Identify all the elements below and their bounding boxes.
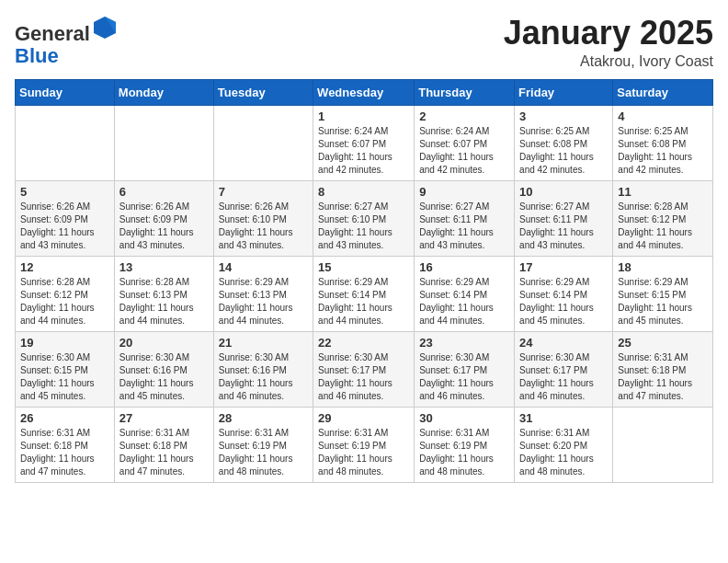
day-number: 8 [318, 185, 409, 199]
week-row-5: 26Sunrise: 6:31 AM Sunset: 6:18 PM Dayli… [16, 407, 713, 482]
day-info: Sunrise: 6:25 AM Sunset: 6:08 PM Dayligh… [519, 125, 608, 177]
day-number: 4 [618, 109, 708, 123]
week-row-1: 1Sunrise: 6:24 AM Sunset: 6:07 PM Daylig… [16, 105, 713, 180]
day-info: Sunrise: 6:31 AM Sunset: 6:20 PM Dayligh… [519, 427, 608, 478]
day-info: Sunrise: 6:30 AM Sunset: 6:15 PM Dayligh… [20, 351, 109, 403]
day-info: Sunrise: 6:27 AM Sunset: 6:11 PM Dayligh… [519, 201, 608, 252]
day-number: 11 [618, 185, 708, 199]
calendar-cell: 25Sunrise: 6:31 AM Sunset: 6:18 PM Dayli… [613, 331, 713, 407]
calendar-cell: 10Sunrise: 6:27 AM Sunset: 6:11 PM Dayli… [515, 180, 613, 256]
day-number: 18 [618, 260, 708, 274]
month-title: January 2025 [504, 15, 713, 52]
day-info: Sunrise: 6:24 AM Sunset: 6:07 PM Dayligh… [419, 125, 509, 177]
calendar-cell: 1Sunrise: 6:24 AM Sunset: 6:07 PM Daylig… [313, 105, 415, 180]
day-number: 30 [419, 411, 509, 425]
day-info: Sunrise: 6:31 AM Sunset: 6:19 PM Dayligh… [419, 427, 509, 478]
calendar-cell: 26Sunrise: 6:31 AM Sunset: 6:18 PM Dayli… [16, 407, 115, 482]
calendar-cell: 13Sunrise: 6:28 AM Sunset: 6:13 PM Dayli… [114, 256, 213, 331]
logo-icon [92, 15, 118, 40]
calendar-cell: 17Sunrise: 6:29 AM Sunset: 6:14 PM Dayli… [515, 256, 613, 331]
day-number: 17 [519, 260, 608, 274]
day-number: 19 [20, 336, 109, 350]
calendar-cell: 21Sunrise: 6:30 AM Sunset: 6:16 PM Dayli… [213, 331, 313, 407]
calendar-cell: 2Sunrise: 6:24 AM Sunset: 6:07 PM Daylig… [415, 105, 515, 180]
calendar-cell: 16Sunrise: 6:29 AM Sunset: 6:14 PM Dayli… [415, 256, 515, 331]
weekday-header-row: SundayMondayTuesdayWednesdayThursdayFrid… [16, 79, 713, 105]
calendar-cell: 15Sunrise: 6:29 AM Sunset: 6:14 PM Dayli… [313, 256, 415, 331]
day-number: 25 [618, 336, 708, 350]
day-number: 31 [519, 411, 608, 425]
day-info: Sunrise: 6:29 AM Sunset: 6:14 PM Dayligh… [419, 276, 509, 327]
day-info: Sunrise: 6:31 AM Sunset: 6:18 PM Dayligh… [618, 351, 708, 403]
weekday-header-friday: Friday [515, 79, 613, 105]
day-info: Sunrise: 6:25 AM Sunset: 6:08 PM Dayligh… [618, 125, 708, 177]
calendar-cell: 30Sunrise: 6:31 AM Sunset: 6:19 PM Dayli… [415, 407, 515, 482]
calendar-cell: 22Sunrise: 6:30 AM Sunset: 6:17 PM Dayli… [313, 331, 415, 407]
day-info: Sunrise: 6:30 AM Sunset: 6:17 PM Dayligh… [419, 351, 509, 403]
day-number: 20 [119, 336, 209, 350]
calendar-cell: 18Sunrise: 6:29 AM Sunset: 6:15 PM Dayli… [613, 256, 713, 331]
day-info: Sunrise: 6:31 AM Sunset: 6:18 PM Dayligh… [119, 427, 209, 478]
weekday-header-tuesday: Tuesday [213, 79, 313, 105]
calendar-cell: 4Sunrise: 6:25 AM Sunset: 6:08 PM Daylig… [613, 105, 713, 180]
day-info: Sunrise: 6:28 AM Sunset: 6:12 PM Dayligh… [618, 201, 708, 252]
day-info: Sunrise: 6:30 AM Sunset: 6:17 PM Dayligh… [519, 351, 608, 403]
title-block: January 2025 Atakrou, Ivory Coast [504, 15, 713, 70]
day-number: 28 [219, 411, 308, 425]
calendar-cell: 27Sunrise: 6:31 AM Sunset: 6:18 PM Dayli… [114, 407, 213, 482]
calendar-cell: 19Sunrise: 6:30 AM Sunset: 6:15 PM Dayli… [16, 331, 115, 407]
day-number: 29 [318, 411, 409, 425]
day-info: Sunrise: 6:31 AM Sunset: 6:18 PM Dayligh… [20, 427, 109, 478]
day-number: 1 [318, 109, 409, 123]
day-number: 22 [318, 336, 409, 350]
day-info: Sunrise: 6:30 AM Sunset: 6:16 PM Dayligh… [119, 351, 209, 403]
day-number: 7 [219, 185, 308, 199]
weekday-header-saturday: Saturday [613, 79, 713, 105]
week-row-2: 5Sunrise: 6:26 AM Sunset: 6:09 PM Daylig… [16, 180, 713, 256]
page: General Blue January 2025 Atakrou, Ivory… [0, 0, 728, 563]
day-info: Sunrise: 6:29 AM Sunset: 6:13 PM Dayligh… [219, 276, 308, 327]
day-info: Sunrise: 6:24 AM Sunset: 6:07 PM Dayligh… [318, 125, 409, 177]
day-info: Sunrise: 6:30 AM Sunset: 6:16 PM Dayligh… [219, 351, 308, 403]
day-info: Sunrise: 6:31 AM Sunset: 6:19 PM Dayligh… [219, 427, 308, 478]
day-number: 24 [519, 336, 608, 350]
day-info: Sunrise: 6:26 AM Sunset: 6:09 PM Dayligh… [119, 201, 209, 252]
calendar-cell: 23Sunrise: 6:30 AM Sunset: 6:17 PM Dayli… [415, 331, 515, 407]
day-number: 5 [20, 185, 109, 199]
logo-general-text: General [15, 22, 90, 45]
day-number: 9 [419, 185, 509, 199]
day-number: 21 [219, 336, 308, 350]
calendar-cell: 8Sunrise: 6:27 AM Sunset: 6:10 PM Daylig… [313, 180, 415, 256]
day-number: 10 [519, 185, 608, 199]
calendar-cell: 20Sunrise: 6:30 AM Sunset: 6:16 PM Dayli… [114, 331, 213, 407]
day-number: 12 [20, 260, 109, 274]
weekday-header-thursday: Thursday [415, 79, 515, 105]
weekday-header-wednesday: Wednesday [313, 79, 415, 105]
calendar-cell: 6Sunrise: 6:26 AM Sunset: 6:09 PM Daylig… [114, 180, 213, 256]
calendar-cell [114, 105, 213, 180]
day-info: Sunrise: 6:28 AM Sunset: 6:13 PM Dayligh… [119, 276, 209, 327]
calendar-cell: 9Sunrise: 6:27 AM Sunset: 6:11 PM Daylig… [415, 180, 515, 256]
day-number: 23 [419, 336, 509, 350]
location-title: Atakrou, Ivory Coast [504, 53, 713, 70]
day-info: Sunrise: 6:27 AM Sunset: 6:11 PM Dayligh… [419, 201, 509, 252]
day-number: 2 [419, 109, 509, 123]
day-number: 14 [219, 260, 308, 274]
day-info: Sunrise: 6:26 AM Sunset: 6:10 PM Dayligh… [219, 201, 308, 252]
calendar: SundayMondayTuesdayWednesdayThursdayFrid… [15, 79, 713, 483]
day-info: Sunrise: 6:27 AM Sunset: 6:10 PM Dayligh… [318, 201, 409, 252]
day-number: 13 [119, 260, 209, 274]
calendar-cell: 28Sunrise: 6:31 AM Sunset: 6:19 PM Dayli… [213, 407, 313, 482]
day-number: 16 [419, 260, 509, 274]
day-info: Sunrise: 6:30 AM Sunset: 6:17 PM Dayligh… [318, 351, 409, 403]
calendar-cell: 11Sunrise: 6:28 AM Sunset: 6:12 PM Dayli… [613, 180, 713, 256]
day-info: Sunrise: 6:31 AM Sunset: 6:19 PM Dayligh… [318, 427, 409, 478]
day-number: 27 [119, 411, 209, 425]
logo-blue-text: Blue [15, 44, 59, 67]
calendar-cell: 29Sunrise: 6:31 AM Sunset: 6:19 PM Dayli… [313, 407, 415, 482]
day-info: Sunrise: 6:26 AM Sunset: 6:09 PM Dayligh… [20, 201, 109, 252]
calendar-cell [213, 105, 313, 180]
calendar-cell: 7Sunrise: 6:26 AM Sunset: 6:10 PM Daylig… [213, 180, 313, 256]
day-number: 3 [519, 109, 608, 123]
calendar-cell: 14Sunrise: 6:29 AM Sunset: 6:13 PM Dayli… [213, 256, 313, 331]
